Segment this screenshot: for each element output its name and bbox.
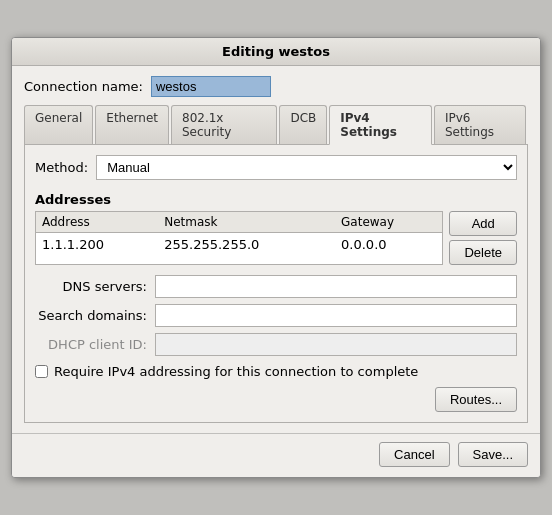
addresses-table: Address Netmask Gateway 1.1.1.200 255.25… (36, 212, 442, 256)
col-gateway: Gateway (335, 212, 442, 233)
connection-name-label: Connection name: (24, 79, 143, 94)
content-area: Connection name: General Ethernet 802.1x… (12, 66, 540, 433)
search-label: Search domains: (35, 308, 155, 323)
dialog-title: Editing westos (222, 44, 330, 59)
tab-ipv4-content: Method: Manual Automatic (DHCP) Link-Loc… (24, 145, 528, 423)
method-row: Method: Manual Automatic (DHCP) Link-Loc… (35, 155, 517, 180)
addresses-container: Address Netmask Gateway 1.1.1.200 255.25… (35, 211, 517, 265)
dhcp-input[interactable] (155, 333, 517, 356)
tab-8021x-security[interactable]: 802.1x Security (171, 105, 277, 144)
search-input[interactable] (155, 304, 517, 327)
address-buttons: Add Delete (449, 211, 517, 265)
dns-label: DNS servers: (35, 279, 155, 294)
method-select[interactable]: Manual Automatic (DHCP) Link-Local Only … (96, 155, 517, 180)
delete-button[interactable]: Delete (449, 240, 517, 265)
dhcp-row: DHCP client ID: (35, 333, 517, 356)
checkbox-row: Require IPv4 addressing for this connect… (35, 364, 517, 379)
dns-input[interactable] (155, 275, 517, 298)
title-bar: Editing westos (12, 38, 540, 66)
connection-name-input[interactable] (151, 76, 271, 97)
cell-address: 1.1.1.200 (36, 233, 158, 257)
addresses-title: Addresses (35, 192, 517, 207)
tab-dcb[interactable]: DCB (279, 105, 327, 144)
routes-button[interactable]: Routes... (435, 387, 517, 412)
bottom-buttons: Cancel Save... (12, 433, 540, 477)
col-address: Address (36, 212, 158, 233)
cancel-button[interactable]: Cancel (379, 442, 449, 467)
method-label: Method: (35, 160, 88, 175)
addresses-section: Addresses Address Netmask Gateway (35, 192, 517, 265)
form-fields: DNS servers: Search domains: DHCP client… (35, 275, 517, 356)
routes-row: Routes... (35, 387, 517, 412)
dialog: Editing westos Connection name: General … (11, 37, 541, 478)
dns-row: DNS servers: (35, 275, 517, 298)
cell-netmask: 255.255.255.0 (158, 233, 335, 257)
tab-ipv6-settings[interactable]: IPv6 Settings (434, 105, 526, 144)
addresses-table-wrap: Address Netmask Gateway 1.1.1.200 255.25… (35, 211, 443, 265)
tab-ethernet[interactable]: Ethernet (95, 105, 169, 144)
table-row[interactable]: 1.1.1.200 255.255.255.0 0.0.0.0 (36, 233, 442, 257)
save-button[interactable]: Save... (458, 442, 528, 467)
checkbox-label: Require IPv4 addressing for this connect… (54, 364, 418, 379)
tab-general[interactable]: General (24, 105, 93, 144)
require-ipv4-checkbox[interactable] (35, 365, 48, 378)
tabs-container: General Ethernet 802.1x Security DCB IPv… (24, 105, 528, 145)
col-netmask: Netmask (158, 212, 335, 233)
connection-name-row: Connection name: (24, 76, 528, 97)
search-row: Search domains: (35, 304, 517, 327)
add-button[interactable]: Add (449, 211, 517, 236)
cell-gateway: 0.0.0.0 (335, 233, 442, 257)
dhcp-label: DHCP client ID: (35, 337, 155, 352)
tab-ipv4-settings[interactable]: IPv4 Settings (329, 105, 432, 145)
